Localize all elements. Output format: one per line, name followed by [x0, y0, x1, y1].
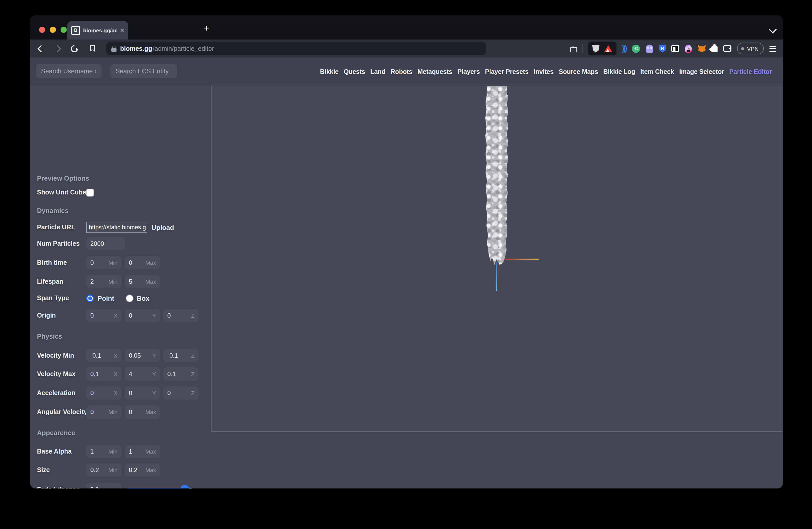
nav-invites[interactable]: Invites	[534, 68, 554, 75]
section-physics: Physics	[37, 332, 62, 340]
particle-url-label: Particle URL	[37, 224, 86, 231]
search-ecs-entity-input[interactable]	[110, 64, 177, 78]
bookmark-icon[interactable]	[90, 45, 95, 52]
section-appearance: Appearence	[37, 429, 75, 436]
show-unit-cube-checkbox[interactable]	[86, 189, 94, 196]
span-type-box-radio[interactable]	[126, 294, 133, 302]
sidebar-extension-icon[interactable]	[672, 45, 679, 52]
base-alpha-label: Base Alpha	[37, 448, 86, 455]
section-preview-options: Preview Options	[37, 174, 89, 182]
close-window-button[interactable]	[39, 27, 45, 33]
new-tab-button[interactable]: +	[204, 23, 209, 34]
nav-particle-editor[interactable]: Particle Editor	[729, 68, 772, 75]
nav-player-presets[interactable]: Player Presets	[485, 68, 529, 75]
birth-time-max-input[interactable]: 0 Max	[125, 256, 160, 269]
nav-quests[interactable]: Quests	[344, 68, 365, 75]
birth-time-min-input[interactable]: 0 Min	[86, 256, 122, 269]
min-unit-label: Min	[108, 449, 118, 455]
base-alpha-min-input[interactable]: 1 Min	[86, 445, 122, 458]
base-alpha-max-input[interactable]: 1 Max	[125, 445, 160, 458]
min-unit-label: Min	[108, 260, 118, 266]
velocity-max-z-input[interactable]: 0.1 Z	[163, 367, 199, 381]
url-host: biomes.gg	[120, 45, 152, 52]
span-type-label: Span Type	[37, 295, 86, 302]
velocity-max-x-input[interactable]: 0.1 X	[86, 367, 122, 381]
fade-lifespan-label: Fade Lifespan	[37, 486, 86, 488]
size-max-input[interactable]: 0.2 Max	[125, 463, 160, 477]
acceleration-x-input[interactable]: 0 X	[86, 386, 122, 400]
angular-velocity-max-input[interactable]: 0 Max	[125, 405, 160, 419]
fade-lifespan-slider[interactable]	[127, 488, 192, 488]
acceleration-label: Acceleration	[37, 390, 86, 397]
span-type-point-radio[interactable]	[86, 294, 94, 302]
reload-icon[interactable]	[69, 43, 79, 54]
lifespan-label: Lifespan	[37, 278, 86, 285]
fade-lifespan-slider-thumb[interactable]	[180, 485, 189, 488]
zoom-window-button[interactable]	[61, 27, 67, 33]
lifespan-max-input[interactable]: 5 Max	[125, 275, 160, 288]
velocity-max-label: Velocity Max	[37, 370, 86, 378]
origin-z-input[interactable]: 0 Z	[163, 309, 199, 322]
nav-image-selector[interactable]: Image Selector	[679, 68, 724, 75]
num-particles-label: Num Particles	[37, 240, 86, 247]
nav-bikkie-log[interactable]: Bikkie Log	[603, 68, 635, 75]
nav-source-maps[interactable]: Source Maps	[559, 68, 598, 75]
firefly-lock-extension-icon[interactable]	[685, 44, 692, 53]
metamask-icon[interactable]	[698, 45, 706, 52]
lifespan-min-input[interactable]: 2 Min	[86, 275, 122, 288]
tab-search-chevron-icon[interactable]	[769, 25, 777, 33]
back-icon[interactable]	[38, 45, 45, 52]
particle-url-input[interactable]: https://static.biomes.g	[86, 222, 147, 233]
lock-icon	[111, 45, 117, 52]
editor-sidebar: Preview Options Show Unit Cube Dynamics …	[30, 86, 211, 488]
toolbar-extensions: ))) ⟲ R VPN	[570, 42, 776, 55]
brave-wallet-icon[interactable]	[723, 45, 732, 52]
raindrop-extension-icon[interactable]: R	[659, 44, 666, 53]
span-type-point-label: Point	[98, 294, 114, 302]
signal-extension-icon[interactable]: )))	[622, 44, 626, 53]
search-username-input[interactable]	[36, 64, 102, 78]
velocity-min-y-input[interactable]: 0.05 Y	[125, 349, 160, 362]
nav-robots[interactable]: Robots	[391, 68, 412, 75]
brave-shields-icon[interactable]	[592, 44, 599, 53]
acceleration-y-input[interactable]: 0 Y	[125, 386, 160, 400]
nav-bikkie[interactable]: Bikkie	[320, 68, 338, 75]
fade-lifespan-input[interactable]: 0.9	[86, 483, 122, 488]
min-unit-label: Min	[108, 467, 118, 473]
phantom-wallet-icon[interactable]	[646, 44, 654, 53]
browser-window: B biomes.gg/admin/particle_edito ✕ + bio…	[30, 15, 783, 488]
nav-item-check[interactable]: Item Check	[640, 68, 674, 75]
menu-icon[interactable]	[769, 45, 776, 52]
origin-x-input[interactable]: 0 X	[86, 309, 122, 322]
browser-toolbar: biomes.gg /admin/particle_editor ))) ⟲ R	[30, 40, 783, 57]
extensions-puzzle-icon[interactable]	[712, 46, 718, 52]
nav-players[interactable]: Players	[457, 68, 480, 75]
x-axis-helper	[504, 259, 539, 259]
url-path: /admin/particle_editor	[153, 45, 214, 52]
browser-tab[interactable]: B biomes.gg/admin/particle_edito ✕	[67, 21, 128, 40]
velocity-min-x-input[interactable]: -0.1 X	[86, 349, 122, 362]
nav-metaquests[interactable]: Metaquests	[418, 68, 452, 75]
window-controls	[39, 27, 67, 33]
acceleration-z-input[interactable]: 0 Z	[163, 386, 199, 400]
forward-icon[interactable]	[54, 45, 61, 52]
max-unit-label: Max	[145, 467, 156, 473]
brave-rewards-icon[interactable]	[604, 45, 612, 52]
sync-extension-icon[interactable]: ⟲	[632, 44, 640, 53]
num-particles-input[interactable]: 2000	[86, 237, 125, 250]
origin-y-input[interactable]: 0 Y	[125, 309, 160, 322]
tab-close-icon[interactable]: ✕	[120, 27, 124, 33]
angular-velocity-min-input[interactable]: 0 Min	[86, 405, 122, 419]
nav-land[interactable]: Land	[370, 68, 386, 75]
particle-column-render	[485, 86, 509, 265]
x-unit-label: X	[114, 352, 118, 359]
share-icon[interactable]	[570, 45, 576, 52]
vpn-status-dot	[741, 47, 744, 50]
upload-button[interactable]: Upload	[151, 223, 174, 231]
address-bar[interactable]: biomes.gg /admin/particle_editor	[106, 42, 486, 55]
minimize-window-button[interactable]	[50, 27, 56, 33]
velocity-min-z-input[interactable]: -0.1 Z	[163, 349, 199, 362]
vpn-button[interactable]: VPN	[737, 43, 764, 54]
velocity-max-y-input[interactable]: 4 Y	[125, 367, 160, 381]
size-min-input[interactable]: 0.2 Min	[86, 463, 122, 477]
